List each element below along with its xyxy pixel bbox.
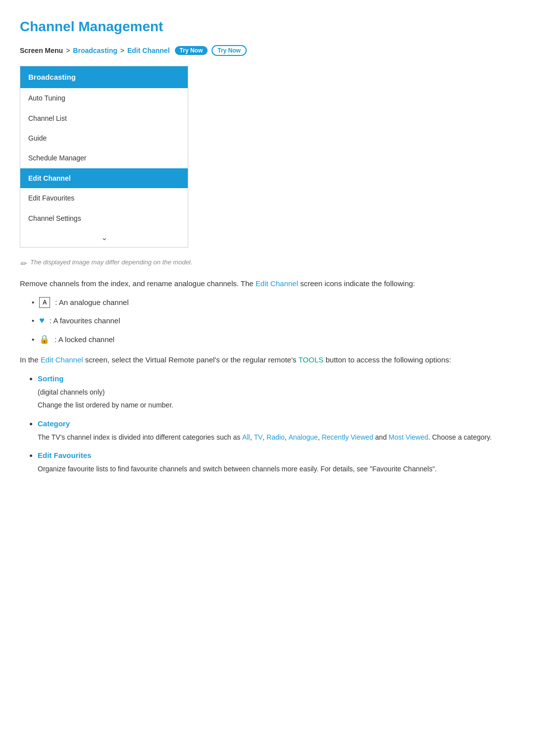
option-sorting: Sorting (digital channels only) Change t… <box>38 373 515 411</box>
tools-paragraph: In the Edit Channel screen, select the V… <box>20 354 515 366</box>
pencil-icon: ✏ <box>20 257 26 270</box>
sorting-sub1: (digital channels only) <box>38 387 515 398</box>
bullet-dot-3: • <box>32 334 34 346</box>
category-most-viewed[interactable]: Most Viewed <box>389 433 428 441</box>
menu-item-channel-settings[interactable]: Channel Settings <box>20 208 188 228</box>
icon-list-item-locked: • 🔒 : A locked channel <box>32 333 515 346</box>
note-row: ✏ The displayed image may differ dependi… <box>20 257 515 270</box>
breadcrumb: Screen Menu > Broadcasting > Edit Channe… <box>20 45 515 56</box>
try-now-button-1[interactable]: Try Now <box>175 46 208 55</box>
category-recently-viewed[interactable]: Recently Viewed <box>321 433 373 441</box>
options-list: Sorting (digital channels only) Change t… <box>20 373 515 475</box>
tools-text-mid: screen, select the Virtual Remote panel'… <box>83 355 299 364</box>
breadcrumb-screen-menu: Screen Menu <box>20 45 63 56</box>
favourites-desc: : A favourites channel <box>50 315 120 327</box>
category-tv[interactable]: TV <box>254 433 263 441</box>
icon-list-item-analogue: • A : An analogue channel <box>32 297 515 308</box>
intro-paragraph: Remove channels from the index, and rena… <box>20 278 515 290</box>
category-radio[interactable]: Radio <box>267 433 285 441</box>
broadcasting-menu: Broadcasting Auto Tuning Channel List Gu… <box>20 66 188 247</box>
breadcrumb-sep1: > <box>66 45 70 56</box>
tools-edit-channel-link[interactable]: Edit Channel <box>41 355 83 364</box>
category-analogue[interactable]: Analogue <box>288 433 318 441</box>
locked-desc: : A locked channel <box>54 334 114 346</box>
favourites-icon: ♥ <box>39 313 45 328</box>
icon-list-item-favourites: • ♥ : A favourites channel <box>32 313 515 328</box>
breadcrumb-edit-channel[interactable]: Edit Channel <box>127 45 170 56</box>
tools-text-pre: In the <box>20 355 41 364</box>
menu-item-auto-tuning[interactable]: Auto Tuning <box>20 88 188 108</box>
menu-item-channel-list[interactable]: Channel List <box>20 108 188 128</box>
icon-list: • A : An analogue channel • ♥ : A favour… <box>20 297 515 346</box>
category-sub: The TV's channel index is divided into d… <box>38 432 515 443</box>
category-title[interactable]: Category <box>38 419 70 428</box>
edit-channel-link-intro[interactable]: Edit Channel <box>256 279 298 288</box>
try-now-button-2[interactable]: Try Now <box>212 45 247 56</box>
note-text: The displayed image may differ depending… <box>30 257 192 268</box>
page-title: Channel Management <box>20 16 515 38</box>
bullet-dot-2: • <box>32 315 34 327</box>
edit-favourites-sub: Organize favourite lists to find favouri… <box>38 463 515 474</box>
option-edit-favourites: Edit Favourites Organize favourite lists… <box>38 450 515 474</box>
menu-header: Broadcasting <box>20 66 188 88</box>
sorting-sub2: Change the list ordered by name or numbe… <box>38 400 515 410</box>
tools-text-post: button to access the following options: <box>323 355 451 364</box>
analogue-desc: : An analogue channel <box>55 297 128 308</box>
menu-chevron-down: ⌄ <box>20 228 188 247</box>
edit-favourites-title[interactable]: Edit Favourites <box>38 451 91 459</box>
bullet-dot-1: • <box>32 297 34 308</box>
tools-link[interactable]: TOOLS <box>298 355 323 364</box>
menu-item-edit-channel[interactable]: Edit Channel <box>20 168 188 188</box>
breadcrumb-sep2: > <box>120 45 124 56</box>
category-all[interactable]: All <box>242 433 250 441</box>
lock-icon: 🔒 <box>39 333 50 346</box>
menu-item-guide[interactable]: Guide <box>20 128 188 148</box>
menu-item-schedule-manager[interactable]: Schedule Manager <box>20 148 188 168</box>
intro-text-1: Remove channels from the index, and rena… <box>20 279 256 288</box>
analogue-icon: A <box>39 297 50 308</box>
option-category: Category The TV's channel index is divid… <box>38 418 515 443</box>
menu-item-edit-favourites[interactable]: Edit Favourites <box>20 188 188 208</box>
breadcrumb-broadcasting[interactable]: Broadcasting <box>73 45 117 56</box>
sorting-title[interactable]: Sorting <box>38 374 64 383</box>
intro-text-2: screen icons indicate the following: <box>298 279 415 288</box>
